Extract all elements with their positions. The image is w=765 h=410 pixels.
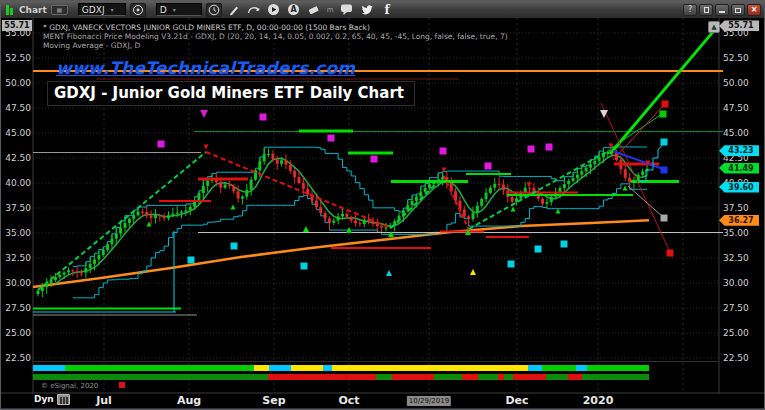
eraser-icon	[307, 4, 320, 16]
maximize-button[interactable]	[731, 4, 745, 16]
y-axis-label-right: 32.50	[723, 253, 749, 263]
play-circle-icon	[267, 3, 280, 16]
price-tag-left: 55.71	[2, 20, 32, 31]
window-controls: ? ×	[683, 4, 761, 16]
time-templates-button[interactable]	[206, 3, 222, 17]
pencil-icon	[228, 4, 240, 16]
x-axis-label: 2020	[583, 394, 614, 407]
chat-button[interactable]	[339, 3, 355, 17]
titlebar: Chart ▦ GDXJ ▾ D ▾ A m	[1, 1, 764, 18]
curve-icon	[247, 4, 260, 16]
twitter-icon	[360, 4, 374, 16]
y-axis-label-left: 30.00	[2, 278, 31, 288]
price-tag-right: 43.23	[719, 145, 759, 156]
curve-tool-button[interactable]	[246, 3, 262, 17]
y-axis-label-left: 50.00	[2, 78, 31, 88]
y-axis-label-left: 35.00	[2, 228, 31, 238]
y-axis-label-right: 45.00	[723, 128, 749, 138]
y-axis-label-left: 32.50	[2, 253, 31, 263]
twitter-share-button[interactable]	[359, 3, 375, 17]
footer-red-marker	[119, 382, 125, 388]
y-axis-label-right: 47.50	[723, 103, 749, 113]
y-axis-label-right: 50.00	[723, 78, 749, 88]
facebook-share-button[interactable]: f	[379, 3, 395, 17]
y-axis-label-right: 27.50	[723, 303, 749, 313]
x-axis-label: 10/29/2019	[407, 396, 451, 406]
y-axis-label-left: 52.50	[2, 53, 31, 63]
restore-button[interactable]	[699, 4, 713, 16]
app-label: Chart	[19, 5, 47, 15]
minimize-button[interactable]	[715, 4, 729, 16]
y-axis-label-right: 22.50	[723, 353, 749, 363]
study-description: MENT Fibonacci Price Modeling V3.21d - G…	[43, 32, 508, 41]
y-axis-label-left: 45.00	[2, 128, 31, 138]
y-axis-label-right: 37.50	[723, 203, 749, 213]
y-axis-label-right: 30.00	[723, 278, 749, 288]
chart-header-lines: * GDXJ, VANECK VECTORS JUNIOR GOLD MINER…	[43, 23, 508, 50]
chart-type-icon	[6, 5, 13, 15]
draw-tools-button[interactable]	[226, 3, 242, 17]
help-button[interactable]: ?	[683, 4, 697, 16]
y-axis-label-left: 37.50	[2, 203, 31, 213]
symbol-value: GDXJ	[82, 5, 105, 15]
esignal-chart-window: Chart ▦ GDXJ ▾ D ▾ A m	[0, 0, 765, 410]
x-axis-label: Dec	[505, 394, 528, 407]
eraser-button[interactable]	[306, 3, 322, 17]
clock-icon	[208, 4, 220, 16]
replay-button[interactable]	[266, 3, 282, 17]
ma-description: Moving Average - GDXJ, D	[43, 41, 508, 50]
alerts-button[interactable]: A	[286, 3, 302, 17]
symbol-description: * GDXJ, VANECK VECTORS JUNIOR GOLD MINER…	[43, 23, 508, 32]
dyn-button[interactable]: Dyn	[34, 394, 54, 404]
svg-text:A: A	[291, 5, 298, 14]
y-axis-label-right: 25.00	[723, 328, 749, 338]
chart-corner-icon[interactable]: ▲	[708, 21, 720, 33]
price-tag-right: 39.60	[719, 182, 759, 193]
y-axis-label-left: 42.50	[2, 153, 31, 163]
y-axis-label-left: 25.00	[2, 328, 31, 338]
price-tag-right: 55.71	[719, 20, 759, 31]
svg-text:f: f	[384, 3, 390, 16]
chevron-down-icon[interactable]: ▾	[173, 6, 176, 13]
y-axis-label-left: 22.50	[2, 353, 31, 363]
y-axis-label-right: 52.50	[723, 53, 749, 63]
chevron-down-icon[interactable]: ▾	[111, 6, 114, 13]
price-tag-right: 36.27	[719, 215, 759, 226]
m-indicator: m	[327, 6, 334, 14]
target-icon	[132, 4, 144, 16]
price-tag-right: 41.49	[719, 163, 759, 174]
x-axis-label: Sep	[262, 394, 285, 407]
chat-bubble-icon	[340, 3, 354, 16]
copyright-label: © eSignal, 2020	[41, 382, 98, 390]
x-axis-label: Oct	[338, 394, 359, 407]
y-axis-label-right: 35.00	[723, 228, 749, 238]
interval-input[interactable]: D ▾	[156, 3, 202, 16]
a-circle-icon: A	[287, 3, 300, 16]
x-axis-label: Aug	[177, 394, 201, 407]
symbol-search-button[interactable]	[130, 3, 146, 17]
symbol-input[interactable]: GDXJ ▾	[78, 3, 126, 16]
esignal-badge-icon: ▦	[51, 5, 68, 15]
close-button[interactable]: ×	[747, 4, 761, 16]
watermark-link[interactable]: www.TheTechnicalTraders.com	[56, 58, 355, 78]
facebook-icon: f	[382, 3, 392, 16]
interval-value: D	[160, 5, 167, 15]
y-axis-label-left: 27.50	[2, 303, 31, 313]
chart-title: GDXJ - Junior Gold Miners ETF Daily Char…	[47, 81, 415, 106]
y-axis-label-left: 47.50	[2, 103, 31, 113]
y-axis-label-left: 40.00	[2, 178, 31, 188]
dyn-grid-icon[interactable]	[57, 394, 70, 405]
x-axis-label: Jul	[96, 394, 112, 407]
